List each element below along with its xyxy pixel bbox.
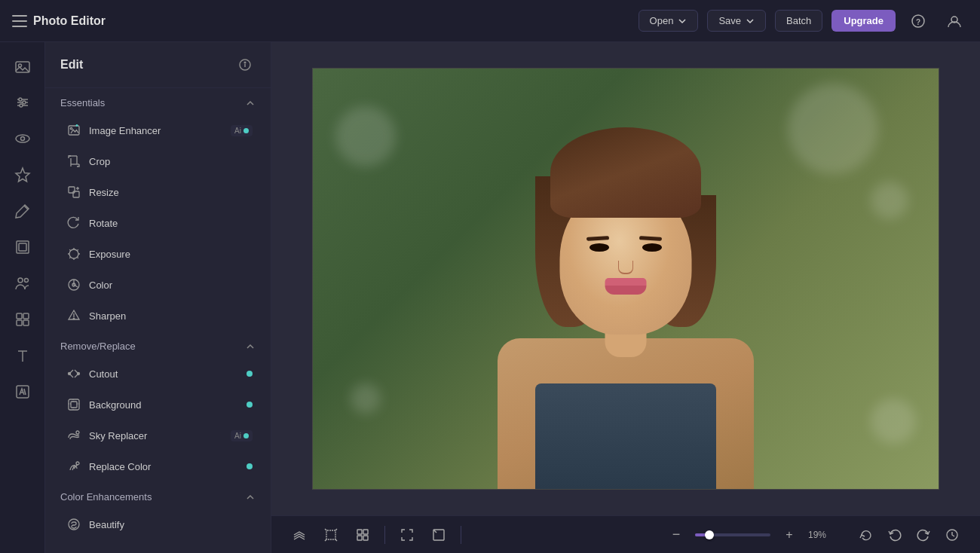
svg-line-50 xyxy=(77,249,78,250)
svg-rect-19 xyxy=(17,313,22,319)
strip-icon-frames[interactable] xyxy=(6,231,39,264)
strip-icon-watermark[interactable] xyxy=(6,375,39,408)
menu-item-color[interactable]: Color xyxy=(51,270,265,300)
zoom-slider-thumb xyxy=(705,530,714,539)
redo-icon xyxy=(917,528,930,542)
app-logo: Photo Editor xyxy=(12,14,106,28)
undo-button[interactable] xyxy=(882,522,908,548)
strip-icon-effects[interactable] xyxy=(6,158,39,191)
cutout-icon xyxy=(66,366,81,381)
transform-button[interactable] xyxy=(318,522,344,548)
svg-point-4 xyxy=(18,64,21,67)
batch-button[interactable]: Batch xyxy=(775,10,822,32)
svg-point-17 xyxy=(18,278,23,283)
svg-text:?: ? xyxy=(916,17,920,26)
svg-point-61 xyxy=(69,373,71,375)
svg-point-43 xyxy=(69,249,78,258)
svg-point-56 xyxy=(73,318,75,319)
menu-item-cutout[interactable]: Cutout xyxy=(51,359,265,389)
svg-point-30 xyxy=(244,62,246,63)
menu-item-replace-color[interactable]: Replace Color xyxy=(51,451,265,481)
batch-label: Batch xyxy=(786,15,811,26)
canvas-main[interactable] xyxy=(271,42,980,515)
svg-rect-76 xyxy=(357,536,362,540)
exposure-icon xyxy=(66,246,81,261)
resize-label: Resize xyxy=(89,187,253,198)
section-title-color-enhancements: Color Enhancements xyxy=(60,491,152,503)
transform-icon xyxy=(324,528,338,542)
save-label: Save xyxy=(718,15,741,26)
strip-icon-people[interactable] xyxy=(6,267,39,300)
zoom-in-button[interactable]: + xyxy=(776,522,802,548)
sidebar-panel: Edit Essentials xyxy=(45,42,271,553)
open-button[interactable]: Open xyxy=(639,10,699,32)
history-button[interactable] xyxy=(939,522,965,548)
grid-button[interactable] xyxy=(350,522,375,548)
fit-icon xyxy=(432,528,446,542)
resize-icon xyxy=(66,185,81,200)
layers-button[interactable] xyxy=(286,522,312,548)
strip-icon-draw[interactable] xyxy=(6,194,39,228)
main-content: Edit Essentials xyxy=(0,42,980,553)
fit-button[interactable] xyxy=(426,522,452,548)
menu-item-rotate[interactable]: Rotate xyxy=(51,208,265,238)
reset-icon xyxy=(859,528,873,542)
strip-icon-adjustments[interactable] xyxy=(6,86,39,119)
strip-icon-plugins[interactable] xyxy=(6,303,39,336)
zoom-out-button[interactable]: − xyxy=(663,522,689,548)
menu-icon[interactable] xyxy=(12,15,27,27)
svg-rect-75 xyxy=(363,530,368,534)
save-chevron-icon xyxy=(746,17,755,26)
menu-item-beautify[interactable]: Beautify xyxy=(51,509,265,539)
strip-icon-eye[interactable] xyxy=(6,122,39,155)
open-label: Open xyxy=(650,15,674,26)
crop-label: Crop xyxy=(89,156,253,167)
upgrade-button[interactable]: Upgrade xyxy=(831,10,896,32)
menu-item-resize[interactable]: Resize xyxy=(51,177,265,207)
app-title: Photo Editor xyxy=(33,14,106,28)
redo-button[interactable] xyxy=(911,522,936,548)
save-button[interactable]: Save xyxy=(707,10,766,32)
menu-item-crop[interactable]: Crop xyxy=(51,146,265,176)
sky-replacer-label: Sky Replacer xyxy=(89,430,223,441)
svg-point-18 xyxy=(24,279,28,283)
strip-icon-photos[interactable] xyxy=(6,50,39,83)
menu-item-sharpen[interactable]: Sharpen xyxy=(51,301,265,331)
replace-color-label: Replace Color xyxy=(89,461,239,472)
section-header-remove-replace[interactable]: Remove/Replace xyxy=(45,331,271,358)
beautify-label: Beautify xyxy=(89,519,253,530)
sidebar-scroll-area: Essentials Image Enhancer xyxy=(45,88,271,553)
background-icon xyxy=(66,397,81,412)
sky-replacer-ai-badge: Ai xyxy=(231,430,253,441)
svg-point-9 xyxy=(23,101,26,104)
svg-rect-16 xyxy=(19,243,26,251)
menu-item-image-enhancer[interactable]: Image Enhancer Ai xyxy=(51,115,265,145)
replace-color-icon xyxy=(66,459,81,474)
svg-rect-77 xyxy=(363,536,368,540)
toolbar-sep-1 xyxy=(384,526,385,544)
undo-icon xyxy=(888,528,902,542)
reset-button[interactable] xyxy=(853,522,879,548)
zoom-slider[interactable] xyxy=(695,533,770,536)
fullscreen-button[interactable] xyxy=(394,522,420,548)
sidebar-info-button[interactable] xyxy=(234,54,256,75)
topbar: Photo Editor Open Save Batch Upgrade ? xyxy=(0,0,980,42)
svg-rect-39 xyxy=(69,187,75,193)
menu-item-sky-replacer[interactable]: Sky Replacer Ai xyxy=(51,420,265,451)
section-header-essentials[interactable]: Essentials xyxy=(45,88,271,115)
canvas-area: − + 19% xyxy=(271,42,980,553)
tool-strip xyxy=(0,42,45,553)
cutout-dot xyxy=(247,371,253,377)
menu-item-exposure[interactable]: Exposure xyxy=(51,239,265,269)
svg-line-48 xyxy=(69,249,70,250)
section-title-remove-replace: Remove/Replace xyxy=(60,341,136,352)
cutout-label: Cutout xyxy=(89,368,239,380)
menu-item-background[interactable]: Background xyxy=(51,390,265,420)
account-button[interactable] xyxy=(941,8,968,35)
help-button[interactable]: ? xyxy=(905,8,932,35)
svg-rect-63 xyxy=(69,399,79,410)
section-header-color-enhancements[interactable]: Color Enhancements xyxy=(45,482,271,509)
svg-line-51 xyxy=(69,257,70,258)
strip-icon-text[interactable] xyxy=(6,339,39,372)
bottom-toolbar: − + 19% xyxy=(271,515,980,553)
